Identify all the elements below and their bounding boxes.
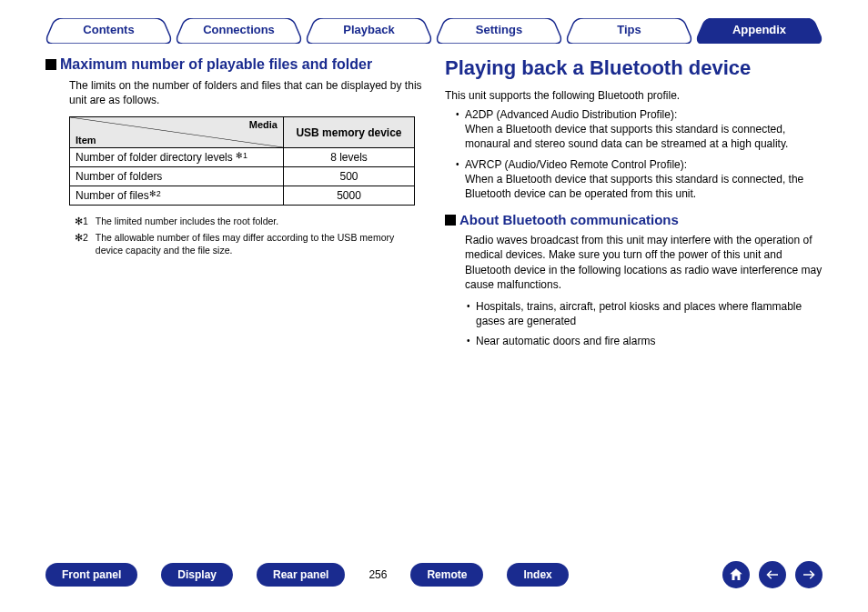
square-bullet-icon	[445, 215, 456, 226]
home-button[interactable]	[722, 561, 750, 588]
bt-comms-heading-text: About Bluetooth communications	[459, 212, 679, 227]
table-row1-val: 8 levels	[283, 148, 414, 167]
table-row2-label: Number of folders	[70, 167, 284, 186]
right-column: Playing back a Bluetooth device This uni…	[445, 56, 823, 354]
next-page-button[interactable]	[795, 561, 823, 588]
front-panel-button[interactable]: Front panel	[45, 563, 137, 587]
tab-tips-label: Tips	[617, 23, 641, 36]
tab-appendix-label: Appendix	[732, 23, 786, 36]
top-tabs: Contents Connections Playback Settings T…	[0, 0, 868, 44]
bt-profiles-list: A2DP (Advanced Audio Distribution Profil…	[445, 107, 823, 201]
bt-comms-body: Radio waves broadcast from this unit may…	[465, 233, 823, 292]
left-heading-text: Maximum number of playable files and fol…	[60, 56, 372, 72]
tab-tips[interactable]: Tips	[566, 18, 692, 44]
bt-comms-list: Hospitals, trains, aircraft, petrol kios…	[445, 299, 823, 349]
left-intro: The limits on the number of folders and …	[69, 78, 423, 107]
left-column: Maximum number of playable files and fol…	[45, 56, 423, 354]
tab-settings-label: Settings	[476, 23, 522, 36]
footer-nav: Front panel Display Rear panel 256 Remot…	[45, 561, 823, 588]
footnote1-text: The limited number includes the root fol…	[96, 215, 278, 227]
table-row3-val: 5000	[283, 186, 414, 206]
arrow-left-icon	[764, 567, 781, 583]
footnote1-marker: ✻1	[75, 215, 88, 227]
tab-contents[interactable]: Contents	[45, 18, 172, 44]
footnote2-text: The allowable number of files may differ…	[96, 231, 423, 256]
table-corner-item: Item	[76, 135, 96, 145]
tab-appendix[interactable]: Appendix	[696, 18, 823, 44]
bt-comms-heading: About Bluetooth communications	[445, 212, 823, 227]
arrow-right-icon	[801, 567, 817, 583]
right-intro: This unit supports the following Bluetoo…	[445, 89, 823, 102]
table-row3-label: Number of files✻2	[70, 186, 284, 206]
tab-settings[interactable]: Settings	[436, 18, 562, 44]
tab-contents-label: Contents	[83, 23, 134, 36]
rear-panel-button[interactable]: Rear panel	[257, 563, 345, 587]
display-button[interactable]: Display	[161, 563, 233, 587]
spec-table: Media Item USB memory device Number of f…	[69, 116, 415, 206]
square-bullet-icon	[45, 59, 56, 70]
table-row1-label: Number of folder directory levels ✻1	[70, 148, 284, 167]
bt-profile-a2dp: A2DP (Advanced Audio Distribution Profil…	[456, 107, 823, 152]
index-button[interactable]: Index	[507, 563, 568, 587]
main-content: Maximum number of playable files and fol…	[0, 44, 868, 354]
home-icon	[728, 567, 744, 583]
left-heading: Maximum number of playable files and fol…	[45, 56, 423, 73]
table-header-usb: USB memory device	[283, 117, 414, 148]
footnotes: ✻1 The limited number includes the root …	[75, 215, 423, 256]
tab-playback-label: Playback	[343, 23, 394, 36]
page-number: 256	[368, 568, 387, 581]
bt-profile-avrcp: AVRCP (Audio/Video Remote Control Profil…	[456, 157, 823, 202]
table-row2-val: 500	[283, 167, 414, 186]
tab-connections[interactable]: Connections	[176, 18, 302, 44]
tab-playback[interactable]: Playback	[306, 18, 432, 44]
footnote2-marker: ✻2	[75, 231, 88, 256]
remote-button[interactable]: Remote	[410, 563, 483, 587]
table-corner-media: Media	[249, 119, 278, 130]
right-title: Playing back a Bluetooth device	[445, 56, 823, 80]
tab-connections-label: Connections	[203, 23, 275, 36]
bt-comms-item2: Near automatic doors and fire alarms	[467, 334, 823, 348]
prev-page-button[interactable]	[759, 561, 786, 588]
bt-comms-item1: Hospitals, trains, aircraft, petrol kios…	[467, 299, 823, 328]
